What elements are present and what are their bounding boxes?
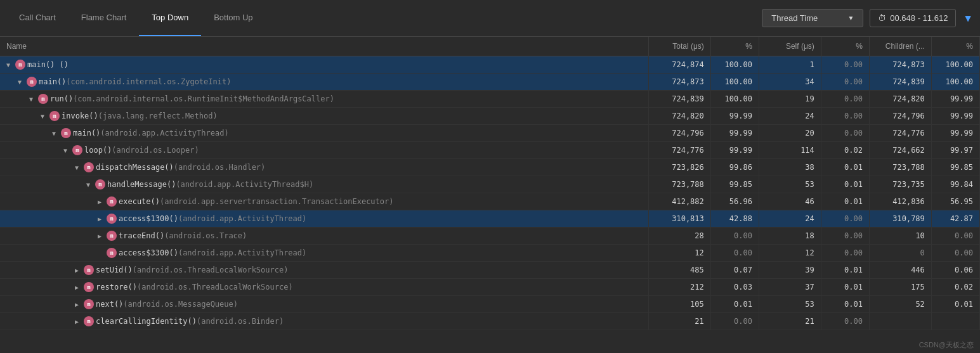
- table-row[interactable]: ▼mloop() (android.os.Looper)724,77699.99…: [0, 142, 980, 159]
- tab-flame-chart[interactable]: Flame Chart: [69, 0, 140, 36]
- table-cell: 0.01: [821, 262, 869, 279]
- table-row[interactable]: ▶mexecute() (android.app.servertransacti…: [0, 193, 980, 210]
- table-cell: 0.00: [821, 210, 869, 228]
- tab-bar: Call Chart Flame Chart Top Down Bottom U…: [0, 0, 980, 37]
- table-cell: 21: [648, 313, 710, 330]
- table-row[interactable]: ▼mmain() (com.android.internal.os.Zygote…: [0, 74, 980, 91]
- table-cell: 0.01: [821, 296, 869, 313]
- method-name: run(): [50, 94, 73, 103]
- tab-bottom-up[interactable]: Bottom Up: [201, 0, 265, 36]
- expand-arrow[interactable]: ▼: [75, 164, 84, 171]
- method-class: (android.os.ThreadLocalWorkSource): [137, 283, 293, 292]
- table-cell: 99.97: [931, 142, 979, 159]
- expand-arrow[interactable]: ▶: [98, 233, 107, 240]
- expand-arrow[interactable]: ▼: [41, 113, 49, 120]
- table-cell: 100.00: [710, 56, 759, 74]
- method-name: invoke(): [62, 112, 98, 120]
- table-cell: 0.02: [931, 279, 979, 296]
- table-cell: 38: [759, 159, 821, 176]
- table-row[interactable]: ▼mdispatchMessage() (android.os.Handler)…: [0, 159, 980, 176]
- method-class: (android.app.ActivityThread$H): [176, 180, 313, 189]
- tab-top-down[interactable]: Top Down: [139, 0, 201, 36]
- table-cell: 723,735: [869, 176, 931, 193]
- table-cell: 0.01: [710, 296, 759, 313]
- tab-call-chart[interactable]: Call Chart: [6, 0, 69, 36]
- expand-arrow[interactable]: ▶: [98, 215, 107, 222]
- thread-time-dropdown[interactable]: Thread Time ▼: [762, 9, 863, 27]
- method-icon: m: [107, 196, 117, 207]
- expand-arrow[interactable]: ▼: [63, 147, 72, 154]
- table-cell: 28: [648, 228, 710, 245]
- table-row[interactable]: ▶mtraceEnd() (android.os.Trace)280.00180…: [0, 228, 980, 245]
- table-cell: 100.00: [931, 74, 979, 91]
- table-cell: 53: [759, 176, 821, 193]
- table-cell: 310,789: [869, 210, 931, 228]
- method-name: loop(): [84, 146, 112, 155]
- method-icon: m: [27, 77, 37, 87]
- table-row[interactable]: ▼mrun() (com.android.internal.os.Runtime…: [0, 91, 980, 108]
- table-cell: 99.99: [710, 108, 759, 125]
- table-row[interactable]: ▼mmain() ()724,874100.0010.00724,873100.…: [0, 56, 980, 74]
- table-cell: 20: [759, 125, 821, 142]
- expand-arrow[interactable]: ▼: [18, 79, 27, 86]
- expand-arrow[interactable]: ▶: [75, 318, 84, 325]
- table-cell: 0.00: [821, 91, 869, 108]
- method-class: (android.os.Handler): [174, 163, 266, 172]
- table-row[interactable]: ▶msetUid() (android.os.ThreadLocalWorkSo…: [0, 262, 980, 279]
- method-name: setUid(): [96, 266, 133, 274]
- method-name: dispatchMessage(): [96, 163, 174, 172]
- table-row[interactable]: ▼minvoke() (java.lang.reflect.Method)724…: [0, 108, 980, 125]
- expand-arrow[interactable]: ▶: [75, 284, 84, 291]
- table-cell: 99.99: [710, 125, 759, 142]
- expand-arrow[interactable]: ▼: [6, 61, 15, 68]
- tab-bar-controls: Thread Time ▼ ⏱ 00.648 - 11.612 ▼: [762, 9, 974, 27]
- expand-arrow[interactable]: ▼: [29, 96, 38, 103]
- table-cell: 52: [869, 296, 931, 313]
- table-cell: 0.02: [821, 142, 869, 159]
- table-cell: 724,796: [648, 125, 710, 142]
- table-row[interactable]: ▶mnext() (android.os.MessageQueue)1050.0…: [0, 296, 980, 313]
- table-cell: 0.00: [821, 228, 869, 245]
- method-class: (android.os.Trace): [164, 231, 247, 240]
- col-total-pct: %: [710, 37, 759, 56]
- table-row[interactable]: ▶mrestore() (android.os.ThreadLocalWorkS…: [0, 279, 980, 296]
- col-name: Name: [0, 37, 648, 56]
- table-cell: 723,788: [869, 159, 931, 176]
- method-class: (android.os.ThreadLocalWorkSource): [133, 266, 289, 274]
- table-cell: 0.00: [821, 313, 869, 330]
- table-cell: 12: [759, 245, 821, 262]
- table-cell: 99.99: [931, 125, 979, 142]
- table-cell: 0.00: [931, 245, 979, 262]
- table-cell: 99.86: [710, 159, 759, 176]
- table-cell: 0.01: [821, 193, 869, 210]
- table-row[interactable]: ▼mhandleMessage() (android.app.ActivityT…: [0, 176, 980, 193]
- table-cell: 99.85: [710, 176, 759, 193]
- expand-arrow[interactable]: ▼: [52, 130, 61, 137]
- table-row[interactable]: ▼mmain() (android.app.ActivityThread)724…: [0, 125, 980, 142]
- method-class: (android.os.Looper): [112, 146, 199, 155]
- table-cell: 724,776: [648, 142, 710, 159]
- filter-icon[interactable]: ▼: [962, 10, 974, 27]
- method-icon: m: [72, 145, 82, 155]
- expand-arrow[interactable]: ▶: [98, 198, 107, 205]
- expand-arrow[interactable]: ▶: [75, 301, 84, 308]
- table-row[interactable]: ▶mclearCallingIdentity() (android.os.Bin…: [0, 313, 980, 330]
- col-children: Children (...: [869, 37, 931, 56]
- method-icon: m: [84, 282, 94, 292]
- table-cell: 0.07: [710, 262, 759, 279]
- table-cell: 724,839: [869, 74, 931, 91]
- table-cell: 724,873: [869, 56, 931, 74]
- table-cell: 99.99: [710, 142, 759, 159]
- method-icon: m: [107, 248, 117, 258]
- expand-arrow[interactable]: ▶: [75, 267, 84, 274]
- table-header-row: Name Total (μs) % Self (μs) % Children (…: [0, 37, 980, 56]
- table-row[interactable]: maccess$3300() (android.app.ActivityThre…: [0, 245, 980, 262]
- table-cell: 0.00: [931, 228, 979, 245]
- table-cell: 100.00: [931, 56, 979, 74]
- method-name: main(): [73, 129, 100, 138]
- method-class: (android.app.ActivityThread): [178, 248, 306, 257]
- expand-arrow[interactable]: ▼: [86, 181, 95, 188]
- table-cell: 724,820: [869, 91, 931, 108]
- table-cell: 0.00: [710, 245, 759, 262]
- table-row[interactable]: ▶maccess$1300() (android.app.ActivityThr…: [0, 210, 980, 228]
